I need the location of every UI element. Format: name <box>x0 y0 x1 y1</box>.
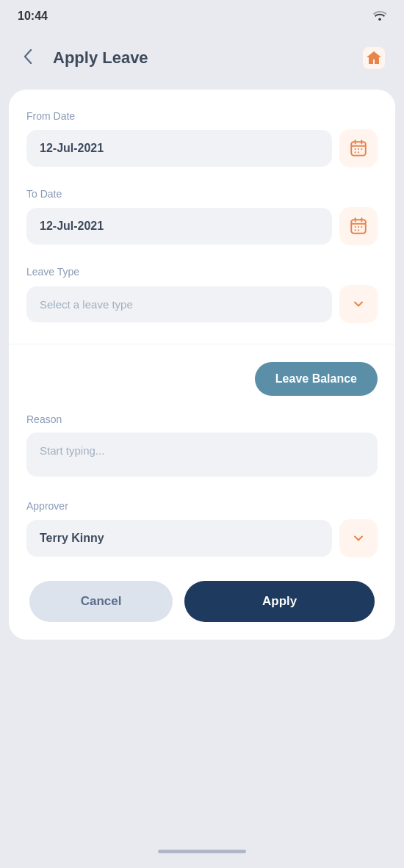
cancel-button[interactable]: Cancel <box>29 581 173 622</box>
back-button[interactable] <box>15 45 41 71</box>
leave-balance-section: Leave Balance <box>26 362 378 396</box>
page-title: Apply Leave <box>53 48 148 68</box>
status-icons <box>373 10 386 23</box>
home-indicator-bar <box>158 850 246 853</box>
wifi-icon <box>373 10 386 23</box>
approver-section: Approver <box>26 500 378 557</box>
chevron-down-icon <box>351 297 366 311</box>
back-icon <box>24 49 32 68</box>
svg-point-17 <box>355 229 356 231</box>
approver-dropdown-button[interactable] <box>339 519 378 557</box>
svg-point-15 <box>358 226 359 228</box>
approver-input[interactable] <box>26 520 332 557</box>
svg-point-8 <box>355 151 356 153</box>
svg-point-6 <box>358 148 359 150</box>
approver-row <box>26 519 378 557</box>
to-date-label: To Date <box>26 188 378 200</box>
calendar-icon <box>349 139 368 158</box>
svg-point-9 <box>358 151 359 153</box>
leave-type-label: Leave Type <box>26 266 378 278</box>
bottom-indicator <box>0 841 404 862</box>
status-time: 10:44 <box>18 10 48 23</box>
reason-textarea[interactable] <box>26 433 378 477</box>
svg-point-5 <box>355 148 356 150</box>
from-date-calendar-button[interactable] <box>339 129 378 167</box>
home-button[interactable] <box>358 43 389 73</box>
leave-type-input[interactable] <box>26 286 332 322</box>
status-bar: 10:44 <box>0 0 404 32</box>
to-date-input[interactable] <box>26 208 332 245</box>
chevron-down-icon <box>351 531 366 546</box>
header: Apply Leave <box>0 32 404 84</box>
svg-point-7 <box>361 148 362 150</box>
reason-section: Reason <box>26 413 378 480</box>
main-card: From Date To Date <box>9 90 395 640</box>
calendar-icon <box>349 217 368 236</box>
leave-balance-button[interactable]: Leave Balance <box>255 362 378 396</box>
from-date-section: From Date <box>26 110 378 167</box>
header-left: Apply Leave <box>15 45 148 71</box>
to-date-calendar-button[interactable] <box>339 207 378 245</box>
to-date-row <box>26 207 378 245</box>
bottom-actions: Cancel Apply <box>26 581 378 622</box>
reason-label: Reason <box>26 413 378 425</box>
svg-point-16 <box>361 226 362 228</box>
svg-point-18 <box>358 229 359 231</box>
to-date-section: To Date <box>26 188 378 245</box>
svg-point-14 <box>355 226 356 228</box>
card-divider <box>9 344 395 344</box>
apply-button[interactable]: Apply <box>184 581 375 622</box>
home-icon <box>363 47 385 69</box>
leave-type-row <box>26 285 378 323</box>
from-date-input[interactable] <box>26 130 332 167</box>
leave-type-section: Leave Type <box>26 266 378 323</box>
from-date-row <box>26 129 378 167</box>
leave-type-dropdown-button[interactable] <box>339 285 378 323</box>
approver-label: Approver <box>26 500 378 512</box>
from-date-label: From Date <box>26 110 378 122</box>
